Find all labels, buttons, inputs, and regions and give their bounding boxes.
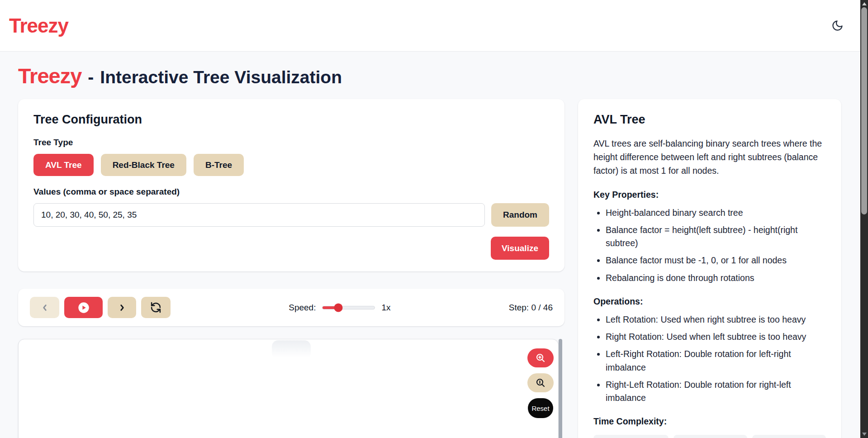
info-bullet-item: Balance factor = height(left subtree) - …: [606, 224, 826, 250]
speed-slider[interactable]: [322, 306, 375, 309]
tree-type-button[interactable]: AVL Tree: [33, 154, 94, 176]
page-title: Treezy - Interactive Tree Visualization: [18, 63, 850, 88]
ghost-node: [272, 340, 311, 359]
step-counter: Step: 0 / 46: [509, 303, 553, 313]
zoom-in-button[interactable]: [527, 348, 554, 367]
info-bullet-item: Height-balanced binary search tree: [606, 206, 826, 219]
speed-label: Speed:: [289, 303, 316, 313]
play-circle-icon: [77, 301, 90, 314]
page-title-text: Interactive Tree Visualization: [100, 67, 342, 87]
time-complexity-row: Search: O(log n) Insert: O(log n) Delete…: [593, 435, 826, 438]
page-title-brand: Treezy: [18, 63, 81, 88]
info-section-heading: Key Properties:: [593, 190, 826, 200]
chevron-right-icon: [117, 303, 127, 313]
magnifier-minus-icon: [535, 377, 546, 388]
info-bullet-list: Left Rotation: Used when right subtree i…: [593, 313, 826, 405]
visualization-canvas[interactable]: Reset: [18, 339, 559, 438]
visualize-button[interactable]: Visualize: [491, 237, 549, 260]
reset-view-button[interactable]: Reset: [528, 398, 553, 418]
speed-value: 1x: [381, 303, 390, 313]
info-bullet-item: Right Rotation: Used when left subtree i…: [606, 330, 826, 343]
info-sections: Key Properties: Height-balanced binary s…: [593, 190, 826, 405]
zoom-out-button[interactable]: [527, 373, 554, 392]
info-bullet-item: Right-Left Rotation: Double rotation for…: [606, 378, 826, 405]
browser-scrollbar[interactable]: [860, 0, 868, 438]
complexity-box: Delete: O(log n): [752, 435, 826, 438]
complexity-box: Search: O(log n): [593, 435, 669, 438]
panel-scrollbar-thumb[interactable]: [559, 339, 562, 438]
moon-icon: [831, 19, 844, 32]
info-section-heading: Operations:: [593, 296, 826, 307]
tree-type-label: Tree Type: [33, 138, 549, 148]
info-panel-title: AVL Tree: [593, 113, 826, 127]
step-back-button[interactable]: [30, 297, 59, 318]
step-forward-button[interactable]: [108, 297, 136, 318]
time-complexity-heading: Time Complexity:: [593, 416, 826, 427]
app-logo: Treezy: [9, 14, 68, 37]
info-panel-description: AVL trees are self-balancing binary sear…: [593, 137, 826, 178]
info-bullet-list: Height-balanced binary search treeBalanc…: [593, 206, 826, 285]
info-panel: AVL Tree AVL trees are self-balancing bi…: [578, 99, 841, 438]
scrollbar-up-arrow-icon[interactable]: [862, 2, 867, 5]
info-bullet-item: Left-Right Rotation: Double rotation for…: [606, 348, 826, 374]
reset-steps-button[interactable]: [141, 297, 171, 318]
chevron-left-icon: [40, 303, 50, 313]
speed-slider-thumb[interactable]: [334, 303, 342, 312]
magnifier-plus-icon: [535, 352, 546, 363]
step-counter-label: Step:: [509, 303, 529, 312]
refresh-icon: [150, 302, 161, 313]
info-bullet-item: Balance factor must be -1, 0, or 1 for a…: [606, 254, 826, 267]
random-button[interactable]: Random: [491, 203, 549, 227]
theme-toggle-button[interactable]: [829, 17, 846, 34]
play-button[interactable]: [64, 297, 103, 318]
values-label: Values (comma or space separated): [33, 187, 549, 197]
page-title-separator: -: [88, 67, 94, 87]
top-navbar: Treezy: [0, 0, 868, 52]
speed-control: Speed: 1x: [289, 303, 390, 313]
complexity-box: Insert: O(log n): [674, 435, 747, 438]
playback-controls-card: Speed: 1x Step: 0 / 46: [18, 289, 564, 326]
step-counter-value: 0 / 46: [531, 303, 553, 312]
values-input[interactable]: [33, 203, 485, 227]
tree-type-button-group: AVL TreeRed-Black TreeB-Tree: [33, 154, 549, 176]
tree-type-button[interactable]: Red-Black Tree: [101, 154, 186, 176]
info-bullet-item: Left Rotation: Used when right subtree i…: [606, 313, 826, 326]
tree-type-button[interactable]: B-Tree: [194, 154, 244, 176]
scrollbar-thumb[interactable]: [861, 7, 867, 214]
tree-configuration-card: Tree Configuration Tree Type AVL TreeRed…: [18, 99, 564, 271]
config-card-title: Tree Configuration: [33, 113, 549, 127]
scrollbar-down-arrow-icon[interactable]: [862, 433, 867, 436]
info-bullet-item: Rebalancing is done through rotations: [606, 271, 826, 285]
